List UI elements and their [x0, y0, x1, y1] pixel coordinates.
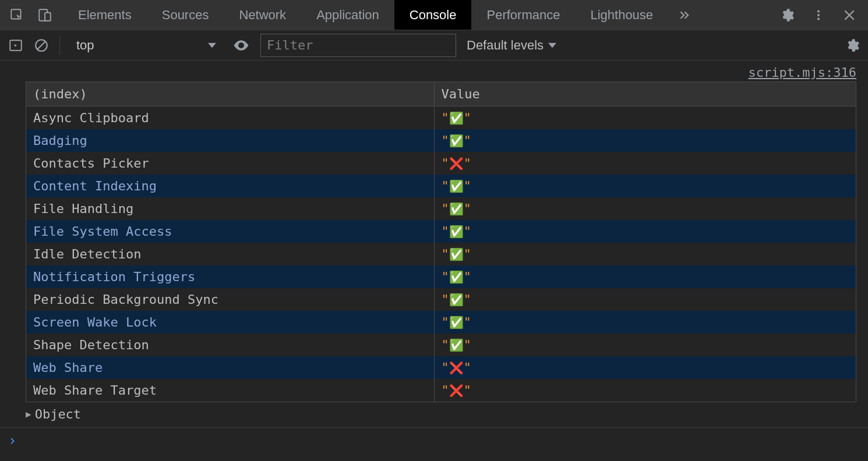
object-label: Object: [35, 407, 81, 421]
table-row[interactable]: Screen Wake Lock"✅": [26, 311, 856, 334]
table-row[interactable]: File Handling"✅": [26, 197, 856, 220]
table-row[interactable]: File System Access"✅": [26, 220, 856, 243]
tab-network[interactable]: Network: [224, 0, 301, 30]
log-levels-label: Default levels: [467, 38, 544, 53]
tab-performance[interactable]: Performance: [471, 0, 575, 30]
object-expander[interactable]: ▶ Object: [26, 405, 868, 427]
table-cell-index: File System Access: [26, 220, 434, 243]
tab-label: Elements: [78, 8, 132, 23]
log-levels-select[interactable]: Default levels: [467, 38, 556, 53]
table-row[interactable]: Badging"✅": [26, 129, 856, 152]
execution-context-select[interactable]: top: [70, 35, 222, 56]
dropdown-triangle-icon: [208, 41, 216, 49]
table-cell-index: Badging: [26, 129, 434, 152]
tab-application[interactable]: Application: [301, 0, 394, 30]
close-icon[interactable]: [842, 8, 856, 22]
table-cell-value: "✅": [434, 334, 856, 356]
table-cell-value: "✅": [434, 220, 856, 243]
svg-point-3: [817, 10, 820, 12]
tabbar-leading-icons: [0, 0, 63, 30]
table-cell-value: "✅": [434, 197, 856, 220]
table-header-value[interactable]: Value: [434, 82, 856, 107]
tab-console[interactable]: Console: [394, 0, 472, 30]
table-cell-value: "✅": [434, 311, 856, 334]
console-prompt[interactable]: ›: [0, 427, 868, 453]
svg-point-5: [817, 17, 820, 20]
toolbar-separator: [59, 36, 60, 55]
table-row[interactable]: Idle Detection"✅": [26, 243, 856, 265]
table-row[interactable]: Shape Detection"✅": [26, 334, 856, 356]
table-header-row: (index) Value: [26, 82, 856, 107]
more-tabs-button[interactable]: [668, 0, 701, 30]
table-row[interactable]: Content Indexing"✅": [26, 175, 856, 197]
tab-sources[interactable]: Sources: [147, 0, 224, 30]
tab-label: Sources: [162, 8, 209, 23]
message-source-row: script.mjs:316: [0, 61, 868, 81]
table-row[interactable]: Web Share Target"❌": [26, 379, 856, 402]
devtools-tabbar: Elements Sources Network Application Con…: [0, 0, 868, 30]
device-toolbar-icon[interactable]: [37, 8, 52, 23]
table-cell-index: Shape Detection: [26, 334, 434, 356]
console-body: script.mjs:316 (index) Value Async Clipb…: [0, 61, 868, 427]
table-row[interactable]: Contacts Picker"❌": [26, 152, 856, 175]
table-cell-value: "✅": [434, 107, 856, 130]
table-cell-index: Notification Triggers: [26, 265, 434, 288]
table-cell-value: "❌": [434, 152, 856, 175]
clear-console-icon[interactable]: [34, 38, 49, 53]
console-table: (index) Value Async Clipboard"✅"Badging"…: [26, 81, 856, 402]
table-row[interactable]: Async Clipboard"✅": [26, 107, 856, 130]
table-cell-value: "✅": [434, 265, 856, 288]
tab-lighthouse[interactable]: Lighthouse: [575, 0, 668, 30]
tab-elements[interactable]: Elements: [63, 0, 147, 30]
tab-label: Application: [316, 8, 379, 23]
table-cell-index: Async Clipboard: [26, 107, 434, 130]
tab-label: Console: [410, 8, 457, 23]
table-cell-index: Web Share Target: [26, 379, 434, 402]
table-cell-value: "✅": [434, 243, 856, 265]
execution-context-label: top: [76, 38, 94, 53]
table-row[interactable]: Web Share"❌": [26, 356, 856, 379]
console-filter-input[interactable]: [260, 34, 456, 57]
prompt-chevron-icon: ›: [8, 432, 16, 449]
table-cell-value: "✅": [434, 175, 856, 197]
console-toolbar: top Default levels: [0, 30, 868, 61]
table-cell-index: Idle Detection: [26, 243, 434, 265]
svg-point-4: [817, 13, 820, 16]
gear-icon[interactable]: [845, 38, 860, 53]
eye-icon[interactable]: [232, 37, 250, 54]
inspect-element-icon[interactable]: [9, 8, 24, 23]
tabbar-trailing-icons: [774, 0, 868, 30]
kebab-menu-icon[interactable]: [812, 8, 825, 23]
table-cell-index: Contacts Picker: [26, 152, 434, 175]
tab-label: Network: [239, 8, 286, 23]
console-sidebar-toggle-icon[interactable]: [8, 38, 23, 53]
table-row[interactable]: Notification Triggers"✅": [26, 265, 856, 288]
tab-label: Lighthouse: [590, 8, 653, 23]
source-link[interactable]: script.mjs:316: [749, 65, 856, 80]
table-cell-index: Periodic Background Sync: [26, 288, 434, 311]
disclosure-triangle-icon: ▶: [26, 409, 31, 420]
table-cell-value: "❌": [434, 379, 856, 402]
table-cell-index: Web Share: [26, 356, 434, 379]
table-cell-value: "❌": [434, 356, 856, 379]
tab-label: Performance: [486, 8, 560, 23]
svg-rect-0: [11, 9, 20, 19]
gear-icon[interactable]: [779, 8, 795, 23]
svg-rect-2: [45, 12, 51, 20]
dropdown-triangle-icon: [548, 41, 556, 49]
table-cell-value: "✅": [434, 129, 856, 152]
chevron-double-right-icon: [678, 8, 691, 22]
table-cell-value: "✅": [434, 288, 856, 311]
table-row[interactable]: Periodic Background Sync"✅": [26, 288, 856, 311]
table-cell-index: File Handling: [26, 197, 434, 220]
table-cell-index: Content Indexing: [26, 175, 434, 197]
table-cell-index: Screen Wake Lock: [26, 311, 434, 334]
table-header-index[interactable]: (index): [26, 82, 434, 107]
